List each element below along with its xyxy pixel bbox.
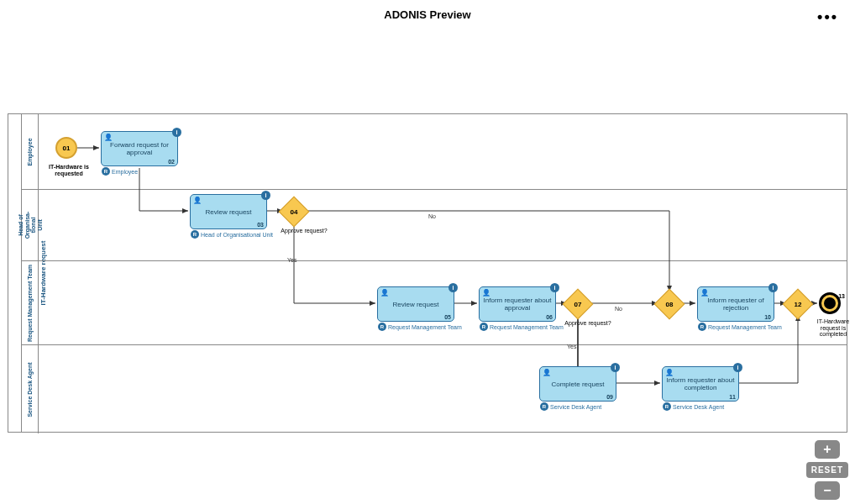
task-num: 02 (168, 159, 175, 165)
task-num: 05 (444, 314, 451, 320)
lane-label: Head of Organisa- tional Unit (22, 190, 39, 260)
task-inform-completion[interactable]: 👤 Inform requester about completion 11 i… (662, 366, 739, 402)
event-label: IT-Hardware is requested (44, 164, 94, 176)
lane-label-text: Employee (27, 138, 34, 165)
gateway-num: 12 (795, 301, 802, 308)
task-role: Head of Organisational Unit (191, 230, 273, 239)
zoom-out-button[interactable]: − (815, 481, 840, 500)
task-num: 09 (606, 394, 613, 400)
task-label: Review request (205, 208, 251, 216)
task-label: Complete request (551, 381, 604, 388)
info-icon[interactable]: i (611, 363, 620, 372)
info-icon[interactable]: i (733, 363, 742, 372)
gateway-label: Approve request? (563, 320, 613, 327)
flow-label-yes: Yes (287, 257, 296, 263)
lane-label: Service Desk Agent (22, 345, 39, 433)
event-num: 01 (63, 144, 71, 152)
lane-label-text: Request Management Team (27, 264, 34, 341)
flow-label-no: No (428, 213, 436, 219)
flow-label-yes: Yes (567, 344, 576, 349)
flow-label-no: No (615, 306, 622, 312)
header: ADONIS Preview ••• (0, 0, 855, 38)
task-inform-rejection[interactable]: 👤 Inform requester of rejection 10 i Req… (697, 286, 774, 322)
task-role: Service Desk Agent (540, 402, 601, 411)
gateway-label: Approve request? (279, 228, 329, 234)
user-icon: 👤 (104, 134, 113, 141)
task-forward-request[interactable]: 👤 Forward request for approval 02 i Empl… (101, 131, 178, 166)
task-review-request-1[interactable]: 👤 Review request 03 i Head of Organisati… (190, 194, 267, 229)
start-event[interactable]: 01 IT-Hardware is requested (55, 137, 77, 159)
user-icon: 👤 (193, 197, 202, 204)
event-num: 13 (838, 293, 845, 299)
task-num: 03 (257, 222, 264, 228)
task-role: Request Management Team (480, 323, 564, 331)
lane-label-text: Service Desk Agent (27, 362, 34, 417)
user-icon: 👤 (380, 289, 389, 297)
zoom-in-button[interactable]: + (815, 440, 840, 459)
event-label: IT-Hardware request is completed (808, 318, 855, 338)
page-title: ADONIS Preview (384, 8, 470, 21)
task-role: Service Desk Agent (663, 402, 724, 411)
info-icon[interactable]: i (172, 128, 181, 137)
task-label: Review request (392, 301, 438, 308)
task-label: Forward request for approval (105, 141, 174, 156)
diagram-canvas[interactable]: IT-Hardware request Employee Head of Org… (8, 113, 847, 433)
more-menu-button[interactable]: ••• (817, 8, 838, 26)
gateway-num: 08 (666, 301, 674, 308)
task-role: Request Management Team (378, 323, 462, 331)
task-num: 06 (546, 314, 553, 320)
gateway-num: 07 (574, 301, 582, 308)
info-icon[interactable]: i (550, 283, 559, 292)
task-label: Inform requester of rejection (701, 297, 770, 312)
user-icon: 👤 (700, 289, 709, 297)
task-label: Inform requester about completion (666, 376, 735, 391)
zoom-reset-button[interactable]: RESET (806, 462, 848, 478)
task-num: 11 (729, 394, 736, 400)
lane-label-text: Head of Organisa- tional Unit (17, 212, 43, 239)
gateway-num: 04 (291, 208, 298, 216)
lane-head: Head of Organisa- tional Unit (22, 190, 847, 261)
info-icon[interactable]: i (448, 283, 458, 292)
end-event[interactable]: 13 IT-Hardware request is completed (819, 292, 841, 314)
info-icon[interactable]: i (768, 283, 778, 292)
task-complete-request[interactable]: 👤 Complete request 09 i Service Desk Age… (539, 366, 616, 402)
lane-label: Employee (22, 114, 39, 189)
task-role: Request Management Team (698, 323, 782, 331)
user-icon: 👤 (543, 369, 551, 376)
zoom-controls: + RESET − (806, 440, 848, 500)
lane-label: Request Management Team (22, 261, 39, 344)
task-role: Employee (102, 167, 138, 176)
info-icon[interactable]: i (261, 191, 270, 200)
task-inform-approval[interactable]: 👤 Inform requester about approval 06 i R… (479, 286, 556, 322)
task-label: Inform requester about approval (483, 297, 552, 312)
pool-label: IT-Hardware request (8, 114, 22, 432)
user-icon: 👤 (482, 289, 490, 297)
task-review-request-2[interactable]: 👤 Review request 05 i Request Management… (377, 286, 454, 322)
task-num: 10 (764, 314, 771, 320)
user-icon: 👤 (665, 369, 674, 376)
